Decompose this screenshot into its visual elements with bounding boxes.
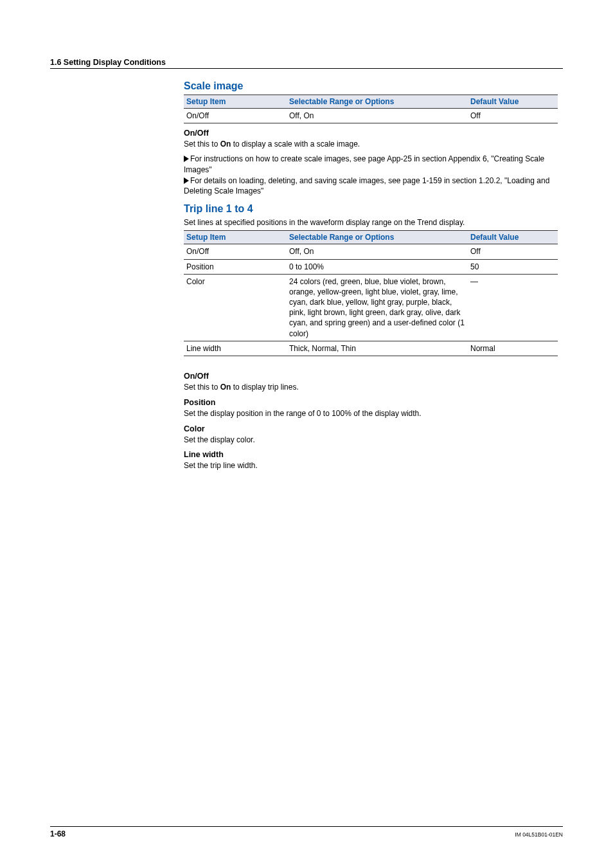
page: 1.6 Setting Display Conditions Scale ima… <box>0 0 613 868</box>
trip-color-desc: Set the display color. <box>184 435 558 446</box>
text-bold: On <box>220 383 231 392</box>
trip-position-heading: Position <box>184 398 558 407</box>
cell-range: Off, On <box>287 244 468 259</box>
cell-def: Off <box>468 244 558 259</box>
doc-id: IM 04L51B01-01EN <box>515 831 563 838</box>
trip-width-heading: Line width <box>184 450 558 459</box>
scale-onoff-desc: Set this to On to display a scale with a… <box>184 139 558 150</box>
trip-line-title: Trip line 1 to 4 <box>184 203 558 215</box>
scale-link-2: For details on loading, deleting, and sa… <box>184 176 558 197</box>
text: to display a scale with a scale image. <box>231 140 360 149</box>
scale-onoff-heading: On/Off <box>184 129 558 138</box>
link-text: For details on loading, deleting, and sa… <box>184 176 549 196</box>
cell-item: On/Off <box>184 109 287 123</box>
th-default: Default Value <box>468 95 558 109</box>
table-row: Color 24 colors (red, green, blue, blue … <box>184 274 558 341</box>
th-range: Selectable Range or Options <box>287 231 468 244</box>
cell-range: 24 colors (red, green, blue, blue violet… <box>287 274 468 341</box>
table-row: Line width Thick, Normal, Thin Normal <box>184 341 558 356</box>
cell-item: Line width <box>184 341 287 356</box>
table-row: Position 0 to 100% 50 <box>184 259 558 274</box>
trip-width-desc: Set the trip line width. <box>184 460 558 471</box>
page-footer: 1-68 IM 04L51B01-01EN <box>50 826 563 838</box>
breadcrumb-bar: 1.6 Setting Display Conditions <box>50 58 563 69</box>
breadcrumb: 1.6 Setting Display Conditions <box>50 58 563 67</box>
table-row: On/Off Off, On Off <box>184 109 558 123</box>
trip-onoff-heading: On/Off <box>184 372 558 381</box>
trip-onoff-desc: Set this to On to display trip lines. <box>184 382 558 393</box>
scale-link-1: For instructions on how to create scale … <box>184 154 558 176</box>
trip-line-desc: Set lines at specified positions in the … <box>184 217 558 228</box>
trip-position-desc: Set the display position in the range of… <box>184 408 558 419</box>
text: Set this to <box>184 383 220 392</box>
spacer <box>184 360 558 366</box>
content-column: Scale image Setup Item Selectable Range … <box>184 80 558 471</box>
th-range: Selectable Range or Options <box>287 95 468 109</box>
triangle-icon <box>184 156 189 162</box>
scale-image-title: Scale image <box>184 80 558 92</box>
th-setup-item: Setup Item <box>184 95 287 109</box>
trip-line-table: Setup Item Selectable Range or Options D… <box>184 230 558 356</box>
link-text: For instructions on how to create scale … <box>184 154 544 174</box>
table-header-row: Setup Item Selectable Range or Options D… <box>184 231 558 244</box>
cell-def: Normal <box>468 341 558 356</box>
cell-def: — <box>468 274 558 341</box>
cell-item: Color <box>184 274 287 341</box>
cell-range: Off, On <box>287 109 468 123</box>
th-setup-item: Setup Item <box>184 231 287 244</box>
cell-range: 0 to 100% <box>287 259 468 274</box>
text: Set this to <box>184 140 220 149</box>
cell-item: On/Off <box>184 244 287 259</box>
table-header-row: Setup Item Selectable Range or Options D… <box>184 95 558 109</box>
text-bold: On <box>220 140 231 149</box>
cell-def: 50 <box>468 259 558 274</box>
text: to display trip lines. <box>231 383 298 392</box>
cell-range: Thick, Normal, Thin <box>287 341 468 356</box>
triangle-icon <box>184 177 189 184</box>
th-default: Default Value <box>468 231 558 244</box>
table-row: On/Off Off, On Off <box>184 244 558 259</box>
trip-color-heading: Color <box>184 424 558 433</box>
cell-item: Position <box>184 259 287 274</box>
page-number: 1-68 <box>50 829 66 838</box>
scale-image-table: Setup Item Selectable Range or Options D… <box>184 95 558 123</box>
cell-def: Off <box>468 109 558 123</box>
